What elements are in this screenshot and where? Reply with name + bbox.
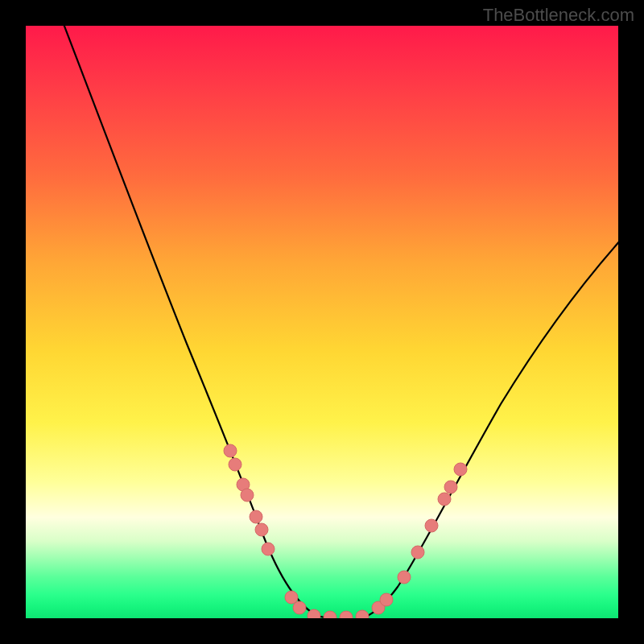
bead-marker [293, 601, 306, 614]
chart-svg [26, 26, 618, 618]
bead-marker [285, 591, 298, 604]
bead-marker [425, 519, 438, 532]
plot-area [26, 26, 618, 618]
bead-marker [340, 611, 353, 618]
bead-marker [454, 463, 467, 476]
bead-marker [438, 493, 451, 506]
bead-marker [444, 481, 457, 493]
bead-marker [380, 593, 393, 606]
bead-marker [324, 611, 336, 618]
bead-marker [411, 546, 424, 559]
bead-marker [398, 571, 411, 584]
bead-marker [255, 523, 268, 536]
bead-marker [241, 489, 254, 502]
bead-marker [356, 610, 369, 618]
bead-marker [262, 543, 275, 555]
bead-marker [250, 510, 262, 523]
bead-marker [308, 609, 320, 618]
bead-marker [229, 458, 242, 471]
watermark-text: TheBottleneck.com [483, 5, 634, 26]
outer-frame: TheBottleneck.com [0, 0, 644, 644]
left-curve [61, 26, 335, 618]
bead-marker [224, 444, 237, 457]
right-curve [361, 239, 618, 618]
marker-group [224, 444, 467, 618]
